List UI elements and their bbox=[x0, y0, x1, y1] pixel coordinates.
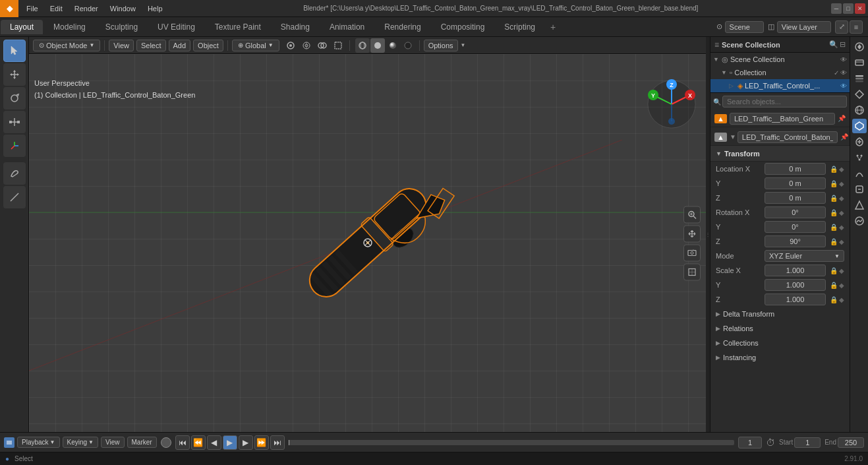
object-mode-button[interactable]: ⊙ Object Mode ▼ bbox=[33, 40, 100, 51]
rotation-y-lock-icon[interactable]: 🔒 bbox=[830, 224, 838, 231]
modifier-props-button[interactable] bbox=[852, 135, 867, 149]
rotation-y-field[interactable]: 0° bbox=[765, 221, 826, 233]
outliner-filter-icon[interactable]: ⊟ bbox=[840, 40, 846, 49]
tab-shading[interactable]: Shading bbox=[272, 20, 319, 34]
next-keyframe-button[interactable]: ⏩ bbox=[254, 435, 269, 450]
rotation-y-key-icon[interactable]: ◆ bbox=[839, 224, 844, 231]
relations-row[interactable]: ▶ Relations bbox=[710, 321, 850, 336]
location-x-field[interactable]: 0 m bbox=[765, 163, 826, 175]
marker-menu-button[interactable]: Marker bbox=[127, 437, 157, 448]
rotation-x-field[interactable]: 0° bbox=[765, 206, 826, 218]
render-props-button[interactable] bbox=[852, 40, 867, 54]
location-x-key-icon[interactable]: ◆ bbox=[839, 166, 844, 173]
next-frame-button[interactable]: ▶ bbox=[239, 435, 253, 450]
start-frame-input[interactable]: 1 bbox=[794, 437, 821, 448]
rotate-tool-button[interactable] bbox=[3, 87, 26, 109]
object-search-input[interactable] bbox=[722, 96, 847, 108]
particles-props-button[interactable] bbox=[852, 150, 867, 165]
jump-start-button[interactable]: ⏮ bbox=[175, 435, 190, 450]
view-menu-tl-button[interactable]: View bbox=[101, 437, 125, 448]
menu-window[interactable]: Window bbox=[105, 3, 141, 14]
transform-section-header[interactable]: ▼ Transform bbox=[710, 146, 850, 162]
scale-x-lock-icon[interactable]: 🔒 bbox=[830, 267, 838, 274]
tab-animation[interactable]: Animation bbox=[320, 20, 374, 34]
view-menu-button[interactable]: View bbox=[109, 40, 134, 51]
add-menu-button[interactable]: Add bbox=[169, 40, 191, 51]
scale-y-lock-icon[interactable]: 🔒 bbox=[830, 282, 838, 289]
tab-rendering[interactable]: Rendering bbox=[375, 20, 430, 34]
keyframe-icon[interactable]: ⏱ bbox=[766, 437, 775, 448]
object-props-button[interactable] bbox=[852, 119, 867, 133]
outliner-collection[interactable]: ▼ ▫ Collection ✓ 👁 bbox=[710, 66, 850, 79]
tab-texture-paint[interactable]: Texture Paint bbox=[206, 20, 270, 34]
scale-y-field[interactable]: 1.000 bbox=[765, 279, 826, 291]
scene-props-button[interactable] bbox=[852, 87, 867, 102]
3d-viewport[interactable]: ⊙ Object Mode ▼ View Select Add Object ⊕… bbox=[29, 37, 706, 432]
wireframe-shading-button[interactable] bbox=[355, 38, 370, 53]
view-layer-props-button[interactable] bbox=[852, 71, 867, 86]
scale-y-key-icon[interactable]: ◆ bbox=[839, 282, 844, 289]
scale-tool-button[interactable] bbox=[3, 111, 26, 133]
zoom-viewport-button[interactable] bbox=[683, 206, 701, 223]
scale-x-key-icon[interactable]: ◆ bbox=[839, 267, 844, 274]
menu-help[interactable]: Help bbox=[142, 3, 168, 14]
output-props-button[interactable] bbox=[852, 55, 867, 70]
add-workspace-button[interactable]: + bbox=[545, 19, 561, 35]
constraints-props-button[interactable] bbox=[852, 182, 867, 197]
data-name-pin-icon[interactable]: 📌 bbox=[840, 133, 848, 140]
object-visibility-icon[interactable]: 👁 bbox=[840, 82, 847, 90]
cursor-tool-button[interactable] bbox=[3, 40, 26, 62]
scale-x-field[interactable]: 1.000 bbox=[765, 264, 826, 276]
select-menu-button[interactable]: Select bbox=[136, 40, 166, 51]
tab-layout[interactable]: Layout bbox=[1, 20, 43, 34]
transform-orientation-button[interactable]: ⊕ Global ▼ bbox=[232, 40, 279, 51]
scale-z-lock-icon[interactable]: 🔒 bbox=[830, 296, 838, 303]
collection-visibility-icon[interactable]: 👁 bbox=[840, 69, 847, 77]
close-button[interactable]: ✕ bbox=[855, 3, 865, 14]
measure-tool-button[interactable] bbox=[3, 186, 26, 208]
location-z-key-icon[interactable]: ◆ bbox=[839, 195, 844, 202]
play-button[interactable]: ▶ bbox=[223, 435, 237, 450]
menu-render[interactable]: Render bbox=[69, 3, 103, 14]
view-layer-selector[interactable]: View Layer bbox=[777, 21, 831, 33]
object-name-input[interactable]: LED_Traffic__Baton_Green bbox=[730, 113, 835, 125]
playback-menu-button[interactable]: Playback ▼ bbox=[17, 437, 60, 448]
maximize-button[interactable]: □ bbox=[843, 3, 854, 14]
location-x-lock-icon[interactable]: 🔒 bbox=[830, 166, 838, 173]
object-name-pin-icon[interactable]: 📌 bbox=[838, 115, 846, 122]
data-type-dropdown-icon[interactable]: ▼ bbox=[730, 133, 736, 140]
rotation-z-field[interactable]: 90° bbox=[765, 235, 826, 247]
outliner-search-icon[interactable]: 🔍 bbox=[829, 40, 838, 49]
rendered-shading-button[interactable] bbox=[401, 38, 415, 53]
object-data-name-input[interactable]: LED_Traffic_Control_Baton_... bbox=[738, 131, 838, 143]
physics-props-button[interactable] bbox=[852, 166, 867, 181]
scene-collection-visibility-icon[interactable]: 👁 bbox=[840, 56, 847, 63]
overlay-button[interactable] bbox=[315, 38, 330, 53]
settings-button[interactable]: ≡ bbox=[850, 20, 863, 34]
pan-viewport-button[interactable] bbox=[683, 225, 701, 242]
jump-end-button[interactable]: ⏭ bbox=[270, 435, 285, 450]
keying-menu-button[interactable]: Keying ▼ bbox=[63, 437, 99, 448]
rotation-mode-dropdown[interactable]: XYZ Euler ▼ bbox=[765, 250, 844, 262]
xray-button[interactable] bbox=[331, 38, 345, 53]
tab-scripting[interactable]: Scripting bbox=[495, 20, 544, 34]
end-frame-input[interactable]: 250 bbox=[838, 437, 864, 448]
rotation-x-lock-icon[interactable]: 🔒 bbox=[830, 209, 838, 216]
object-menu-button[interactable]: Object bbox=[193, 40, 223, 51]
full-screen-button[interactable]: ⤢ bbox=[835, 20, 848, 34]
record-button[interactable] bbox=[161, 437, 171, 448]
location-y-field[interactable]: 0 m bbox=[765, 177, 826, 189]
scene-selector[interactable]: Scene bbox=[725, 21, 764, 33]
menu-edit[interactable]: Edit bbox=[45, 3, 68, 14]
annotate-tool-button[interactable] bbox=[3, 162, 26, 185]
collections-row[interactable]: ▶ Collections bbox=[710, 336, 850, 350]
tab-sculpting[interactable]: Sculpting bbox=[96, 20, 147, 34]
prev-keyframe-button[interactable]: ⏪ bbox=[191, 435, 206, 450]
location-y-lock-icon[interactable]: 🔒 bbox=[830, 180, 838, 187]
transform-tool-button[interactable] bbox=[3, 135, 26, 157]
collection-checkbox-icon[interactable]: ✓ bbox=[834, 69, 839, 77]
minimize-button[interactable]: ─ bbox=[831, 3, 842, 14]
rotation-z-lock-icon[interactable]: 🔒 bbox=[830, 238, 838, 245]
timeline-scrubber[interactable] bbox=[289, 440, 734, 445]
tab-compositing[interactable]: Compositing bbox=[432, 20, 494, 34]
